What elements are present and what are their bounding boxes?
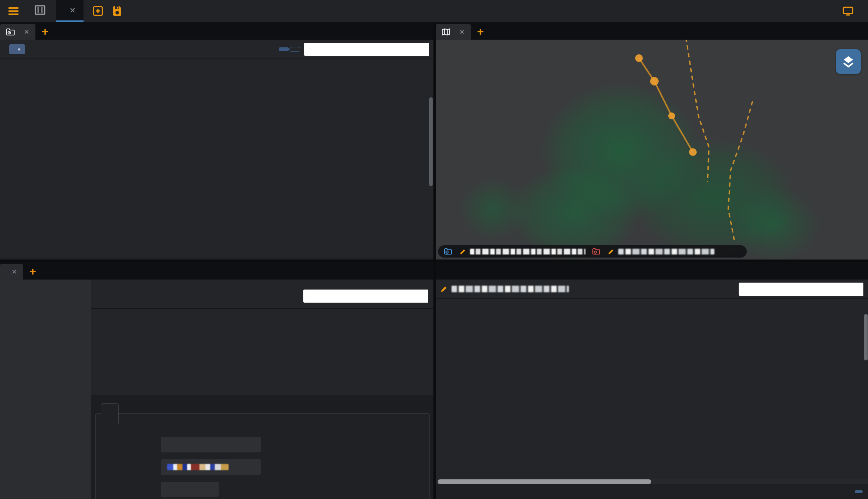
cases-tab-strip: ✕ + — [0, 22, 433, 40]
workspace-layout-icon[interactable] — [35, 5, 45, 17]
close-tab-icon[interactable]: ✕ — [69, 6, 76, 15]
cases-filter-input[interactable] — [304, 43, 429, 56]
tab-system-map[interactable]: ✕ — [436, 24, 471, 40]
system-map-panel: ✕ + — [436, 22, 868, 260]
toolbox-menu[interactable] — [8, 7, 23, 15]
generators-filter-input[interactable] — [303, 290, 428, 303]
add-tab-button[interactable]: + — [29, 264, 36, 279]
scenario-builder-panel: ✕ + — [0, 262, 433, 499]
map-canvas[interactable] — [436, 40, 868, 260]
cases-toolbar: ▾ — [0, 40, 433, 59]
save-icon[interactable] — [112, 6, 122, 16]
add-tab-button[interactable]: + — [42, 24, 49, 39]
scenario-content — [91, 280, 433, 499]
collection-select[interactable]: ▾ — [9, 44, 25, 54]
top-bar: ✕ — [0, 0, 868, 22]
map-layers-button[interactable] — [836, 49, 861, 74]
edit-case-icon[interactable] — [440, 285, 448, 293]
gis-case-folder-icon — [444, 248, 452, 255]
buses-filter-input[interactable] — [739, 283, 863, 296]
tab-cases[interactable]: ✕ — [0, 24, 35, 40]
edit-generator-form-tab[interactable] — [101, 403, 119, 424]
map-icon — [442, 28, 450, 35]
monitor-icon — [843, 7, 853, 16]
case-name-redacted — [452, 286, 569, 292]
buses-pagination — [855, 490, 863, 493]
buses-vertical-scrollbar[interactable] — [864, 314, 868, 360]
cases-table-header — [0, 59, 433, 59]
scenario-tab-strip: ✕ + — [0, 262, 433, 280]
scenario-sidebar — [0, 280, 91, 499]
pmax-field[interactable] — [161, 482, 219, 497]
close-tab-icon[interactable]: ✕ — [24, 28, 29, 36]
cases-folder-icon — [6, 28, 15, 35]
edit-cur-case-icon[interactable] — [608, 248, 614, 255]
hvdc-dashed-line — [436, 40, 868, 260]
new-workspace-icon[interactable] — [93, 6, 103, 16]
horizontal-scrollbar[interactable] — [436, 479, 868, 484]
cur-case-name-redacted — [618, 249, 714, 255]
bus-id-redacted — [167, 464, 229, 470]
atc-cases-button[interactable] — [289, 47, 300, 52]
buses-toolbar — [436, 280, 868, 298]
add-tab-button[interactable]: + — [477, 24, 484, 39]
cases-panel: ✕ + ▾ — [0, 22, 433, 260]
generators-count-text — [91, 309, 433, 316]
bus-unique-id-field[interactable] — [161, 459, 261, 475]
tab-scenario-builder[interactable]: ✕ — [0, 264, 23, 280]
buses-footer — [436, 484, 868, 499]
chevron-down-icon: ▾ — [18, 46, 20, 52]
cur-case-folder-icon — [592, 248, 600, 255]
cases-footer — [0, 258, 433, 260]
close-tab-icon[interactable]: ✕ — [12, 268, 17, 276]
buses-table-header — [436, 298, 868, 299]
hamburger-icon — [8, 7, 18, 15]
buses-panel — [436, 262, 868, 499]
edit-generator-form — [95, 414, 430, 499]
generator-unique-id-field[interactable] — [161, 437, 261, 452]
map-case-bar — [438, 245, 747, 258]
tab-power-flow-studio[interactable]: ✕ — [56, 0, 84, 22]
gis-case-name-redacted — [470, 249, 585, 255]
cases-vertical-scrollbar[interactable] — [429, 97, 433, 186]
map-tab-strip: ✕ + — [436, 22, 868, 40]
extend-button[interactable] — [843, 7, 858, 16]
gis-cases-button[interactable] — [279, 47, 289, 51]
close-tab-icon[interactable]: ✕ — [459, 28, 465, 36]
buses-tab-strip — [436, 262, 868, 280]
edit-gis-case-icon[interactable] — [460, 248, 466, 255]
